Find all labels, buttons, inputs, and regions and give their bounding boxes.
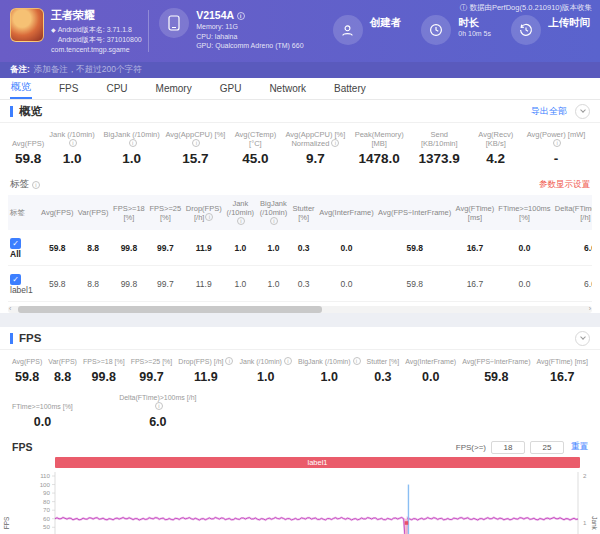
person-icon bbox=[333, 15, 363, 45]
info-icon[interactable]: i bbox=[331, 139, 339, 147]
fps-threshold-input-1[interactable] bbox=[491, 441, 525, 454]
tab-Network[interactable]: Network bbox=[268, 83, 307, 99]
cell-value: 16.7 bbox=[453, 230, 496, 266]
section-tabs: 概览FPSCPUMemoryGPUNetworkBattery bbox=[0, 78, 600, 100]
info-icon[interactable]: i bbox=[237, 217, 245, 225]
info-icon[interactable]: i bbox=[225, 357, 233, 365]
tab-CPU[interactable]: CPU bbox=[105, 83, 128, 99]
stat-value: 99.8 bbox=[92, 370, 116, 384]
cell-value: 99.7 bbox=[147, 266, 183, 302]
info-icon[interactable]: i bbox=[205, 213, 213, 221]
svg-text:60: 60 bbox=[43, 515, 50, 522]
stat-value: 4.2 bbox=[486, 152, 505, 166]
stat-item: Send [KB/10min]1373.9 bbox=[411, 130, 467, 166]
stat-value: 0.0 bbox=[34, 415, 51, 429]
fps-threshold-label: FPS(>=) bbox=[456, 443, 486, 452]
cell-value: 8.8 bbox=[76, 230, 111, 266]
section-marker bbox=[10, 333, 13, 344]
duration-label: 时长 bbox=[458, 15, 491, 29]
upload-label: 上传时间 bbox=[548, 15, 590, 29]
fps-threshold-input-2[interactable] bbox=[530, 441, 564, 454]
cell-value: 0.0 bbox=[496, 230, 552, 266]
cell-value: 6.0 bbox=[553, 230, 592, 266]
fps-title: FPS bbox=[19, 332, 41, 344]
row-checkbox[interactable]: ✓ bbox=[10, 274, 21, 285]
android-version-name: Android版本名: 3.71.1.8 bbox=[58, 26, 132, 33]
stat-item: FPS>=25 [%]99.7 bbox=[131, 357, 173, 384]
stat-value: 0.3 bbox=[374, 370, 391, 384]
column-header: BigJank(/10min)i bbox=[257, 195, 290, 230]
info-icon[interactable]: i bbox=[129, 139, 137, 147]
reset-link[interactable]: 重置 bbox=[571, 441, 588, 453]
info-icon[interactable]: i bbox=[192, 139, 200, 147]
upload-info: 上传时间 bbox=[511, 15, 590, 45]
fps-chart[interactable]: 010203040506070809010011001200:0000:3101… bbox=[0, 470, 600, 534]
cell-value: 0.3 bbox=[290, 230, 317, 266]
collapse-fps-button[interactable] bbox=[575, 331, 590, 346]
cell-value: 16.7 bbox=[453, 266, 496, 302]
row-label: ✓label1 bbox=[8, 266, 39, 302]
cell-value: 99.8 bbox=[111, 266, 147, 302]
scroll-right-arrow[interactable]: › bbox=[589, 305, 591, 312]
tab-FPS[interactable]: FPS bbox=[58, 83, 79, 99]
note-bar[interactable]: 备注: 添加备注，不超过200个字符 bbox=[0, 62, 600, 78]
stat-value: 1478.0 bbox=[359, 152, 400, 166]
stat-value: 0.0 bbox=[422, 370, 439, 384]
tab-概览[interactable]: 概览 bbox=[10, 80, 32, 99]
column-header: FPS>=18[%] bbox=[111, 195, 147, 230]
column-header: Var(FPS) bbox=[76, 195, 111, 230]
svg-text:100: 100 bbox=[40, 481, 51, 488]
scroll-left-arrow[interactable]: ‹ bbox=[9, 305, 11, 312]
table-scrollbar-thumb[interactable] bbox=[18, 306, 322, 313]
stat-value: 8.8 bbox=[54, 370, 71, 384]
stat-item: Var(FPS)8.8 bbox=[48, 357, 77, 384]
stat-item: Jank (/10min)i1.0 bbox=[44, 130, 99, 166]
export-all-link[interactable]: 导出全部 bbox=[531, 105, 567, 118]
cell-value: 59.8 bbox=[376, 230, 454, 266]
stat-item: Stutter [%]0.3 bbox=[367, 357, 400, 384]
svg-text:50: 50 bbox=[43, 523, 50, 530]
report-header: ⓘ 数据由PerfDog(5.0.210910)版本收集 王者荣耀 ◆Andro… bbox=[0, 0, 600, 62]
stat-item: BigJank (/10min)i1.0 bbox=[298, 357, 361, 384]
stat-value: 45.0 bbox=[242, 152, 268, 166]
fps-card: FPS Avg(FPS)59.8Var(FPS)8.8FPS>=18 [%]99… bbox=[0, 327, 600, 534]
cell-value: 0.0 bbox=[496, 266, 552, 302]
stat-item: FTime>=100ms [%]0.0 bbox=[12, 402, 73, 429]
svg-text:80: 80 bbox=[43, 498, 50, 505]
collapse-overview-button[interactable] bbox=[575, 104, 590, 119]
game-icon bbox=[10, 8, 44, 42]
info-icon[interactable]: i bbox=[32, 181, 40, 189]
stat-item: Avg(AppCPU) [%]i15.7 bbox=[164, 130, 228, 166]
stat-value: 16.7 bbox=[550, 370, 574, 384]
tab-Battery[interactable]: Battery bbox=[333, 83, 367, 99]
info-icon[interactable]: i bbox=[270, 217, 278, 225]
stat-value: 1.0 bbox=[63, 152, 82, 166]
stat-value: 9.7 bbox=[306, 152, 325, 166]
column-header: Drop(FPS)[/h]i bbox=[184, 195, 224, 230]
cell-value: 59.8 bbox=[376, 266, 454, 302]
info-icon[interactable]: i bbox=[69, 139, 77, 147]
info-icon[interactable]: i bbox=[553, 139, 561, 147]
info-icon[interactable]: i bbox=[155, 402, 163, 410]
stat-value: 59.8 bbox=[15, 152, 41, 166]
tab-GPU[interactable]: GPU bbox=[219, 83, 243, 99]
labels-title: 标签 bbox=[10, 178, 29, 191]
info-icon[interactable]: i bbox=[353, 357, 361, 365]
svg-text:90: 90 bbox=[43, 489, 50, 496]
column-header: 标签 bbox=[8, 195, 39, 230]
stat-value: 1.0 bbox=[122, 152, 141, 166]
table-row: ✓label159.88.899.899.711.91.01.00.30.059… bbox=[8, 266, 592, 302]
column-header: Jank(/10min)i bbox=[224, 195, 257, 230]
info-icon[interactable]: i bbox=[237, 12, 245, 20]
label1-band[interactable]: label1 bbox=[55, 457, 580, 468]
param-settings-link[interactable]: 参数显示设置 bbox=[539, 179, 590, 191]
info-icon[interactable]: i bbox=[284, 357, 292, 365]
overview-title: 概览 bbox=[19, 104, 42, 119]
row-checkbox[interactable]: ✓ bbox=[10, 238, 21, 249]
stat-item: Delta(FTime)>100ms [/h]i6.0 bbox=[119, 393, 197, 429]
overview-card: 概览 导出全部 Avg(FPS)59.8Jank (/10min)i1.0Big… bbox=[0, 100, 600, 313]
cell-value: 0.0 bbox=[317, 266, 376, 302]
table-scrollbar[interactable]: ‹ › bbox=[8, 306, 592, 313]
tab-Memory[interactable]: Memory bbox=[155, 83, 193, 99]
labels-table-wrap: 标签Avg(FPS)Var(FPS)FPS>=18[%]FPS>=25[%]Dr… bbox=[8, 195, 592, 302]
